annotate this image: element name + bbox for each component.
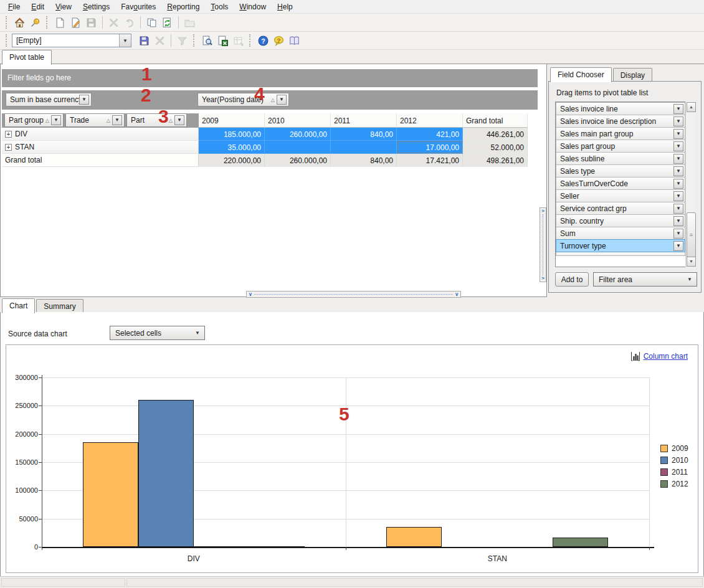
preview-button[interactable] [199, 33, 215, 48]
bar-div-2011[interactable] [194, 546, 249, 548]
data-cell[interactable]: 17.421,00 [397, 154, 463, 167]
expand-icon[interactable]: + [5, 144, 12, 151]
chevron-down-icon[interactable]: ▼ [673, 154, 683, 164]
vertical-splitter[interactable]: > > [540, 207, 546, 282]
chevron-down-icon[interactable]: ▼ [673, 166, 683, 176]
data-cell[interactable]: 840,00 [331, 128, 397, 141]
scroll-up-icon[interactable]: ▲ [687, 102, 696, 112]
menu-item-edit[interactable]: Edit [26, 1, 50, 12]
tab-field-chooser[interactable]: Field Chooser [550, 67, 612, 82]
data-cell[interactable]: 17.000,00 [397, 141, 463, 154]
chevron-down-icon[interactable]: ▼ [673, 229, 683, 239]
scrollbar-thumb[interactable]: ≡ [687, 212, 696, 257]
scroll-down-icon[interactable]: ▼ [687, 257, 696, 267]
menu-item-reporting[interactable]: Reporting [161, 1, 205, 12]
save-button[interactable] [136, 33, 152, 48]
chevron-down-icon[interactable]: ▼ [51, 115, 61, 125]
chevron-down-icon[interactable]: ▼ [673, 129, 683, 139]
chevron-down-icon[interactable]: ▼ [673, 141, 683, 151]
data-cell[interactable] [265, 141, 331, 154]
filter-fields-area[interactable]: Filter fields go here [2, 69, 538, 87]
column-header-2009[interactable]: 2009 [199, 113, 265, 128]
field-item-seller[interactable]: Seller▼ [556, 189, 685, 202]
field-list-scrollbar[interactable]: ▲ ≡ ▼ [685, 102, 697, 267]
chevron-down-icon[interactable]: ▼ [673, 104, 683, 114]
field-button-part-group[interactable]: Part group△▼ [4, 113, 64, 127]
data-cell[interactable]: 35.000,00 [199, 141, 265, 154]
refresh-button[interactable] [159, 15, 175, 30]
field-item-service-contract-grp[interactable]: Service contract grp▼ [556, 202, 685, 215]
field-item-ship-country[interactable]: Ship. country▼ [556, 214, 685, 227]
total-cell[interactable]: 52.000,00 [463, 141, 528, 154]
menu-item-file[interactable]: File [2, 1, 26, 12]
data-cell[interactable]: 260.000,00 [265, 128, 331, 141]
expand-icon[interactable]: + [5, 131, 12, 138]
data-cell[interactable]: 840,00 [331, 154, 397, 167]
field-item-sum[interactable]: Sum▼ [556, 227, 685, 240]
chevron-down-icon[interactable]: ▼ [673, 216, 683, 226]
field-item-salesturnovercode[interactable]: SalesTurnOverCode▼ [556, 177, 685, 190]
menu-item-settings[interactable]: Settings [77, 1, 115, 12]
menu-item-help[interactable]: Help [272, 1, 298, 12]
row-label-grand-total[interactable]: Grand total [2, 154, 199, 167]
field-item-sales-subline[interactable]: Sales subline▼ [556, 152, 685, 165]
bar-stan-2012[interactable] [553, 538, 608, 547]
add-to-button[interactable]: Add to [555, 272, 589, 287]
menu-item-window[interactable]: Window [234, 1, 272, 12]
copy-button[interactable] [144, 15, 159, 30]
column-header-2012[interactable]: 2012 [397, 113, 463, 128]
chevron-down-icon[interactable]: ▼ [673, 191, 683, 201]
field-button-part[interactable]: Part△▼ [126, 113, 187, 127]
field-item-sales-invoice-line-description[interactable]: Sales invoice line description▼ [556, 115, 685, 128]
tab-pivot-table[interactable]: Pivot table [2, 50, 52, 65]
data-cell[interactable] [331, 141, 397, 154]
column-header-grand-total[interactable]: Grand total [463, 113, 528, 128]
pin-button[interactable] [27, 15, 43, 30]
column-header-2010[interactable]: 2010 [265, 113, 331, 128]
edit-document-button[interactable] [68, 15, 83, 30]
chevron-down-icon[interactable]: ▼ [112, 115, 122, 125]
tab-display[interactable]: Display [613, 68, 652, 82]
data-cell[interactable]: 220.000,00 [199, 154, 265, 167]
help-button[interactable]: ? [255, 33, 271, 48]
column-header-2011[interactable]: 2011 [331, 113, 397, 128]
field-item-sales-main-part-group[interactable]: Sales main part group▼ [556, 127, 685, 140]
chevron-down-icon[interactable]: ▼ [174, 115, 184, 125]
menu-item-favourites[interactable]: Favourites [115, 1, 161, 12]
chevron-down-icon[interactable]: ▼ [673, 179, 683, 189]
data-cell[interactable]: 260.000,00 [265, 154, 331, 167]
menu-item-tools[interactable]: Tools [205, 1, 234, 12]
row-label-div[interactable]: +DIV [2, 128, 199, 141]
chevron-down-icon[interactable]: ▼ [673, 116, 683, 126]
bar-div-2010[interactable] [138, 400, 194, 547]
field-item-sales-invoice-line[interactable]: Sales invoice line▼ [556, 102, 685, 115]
manual-button[interactable] [287, 33, 302, 48]
bar-div-2009[interactable] [83, 442, 138, 547]
chevron-down-icon[interactable]: ▼ [119, 34, 131, 47]
chevron-right-icon[interactable]: > [541, 208, 545, 214]
target-area-dropdown[interactable]: Filter area ▼ [593, 272, 697, 287]
chevron-down-icon[interactable]: ∨ [247, 292, 254, 297]
tab-chart[interactable]: Chart [2, 298, 35, 313]
field-button-trade[interactable]: Trade△▼ [65, 113, 125, 127]
total-cell[interactable]: 498.261,00 [463, 154, 528, 167]
home-button[interactable] [12, 15, 27, 30]
chevron-down-icon[interactable]: ▼ [277, 95, 287, 105]
field-item-turnover-type[interactable]: Turnover type▼ [556, 239, 685, 252]
data-cell[interactable]: 185.000,00 [199, 128, 265, 141]
new-document-button[interactable] [52, 15, 68, 30]
bar-div-2012[interactable] [249, 546, 305, 548]
field-button-year-posting-date[interactable]: Year(Posting date) △ ▼ [197, 93, 289, 107]
row-label-stan[interactable]: +STAN [2, 141, 199, 154]
column-chart-link[interactable]: Column chart [630, 351, 688, 361]
export-excel-button[interactable] [215, 33, 231, 48]
field-item-sales-type[interactable]: Sales type▼ [556, 164, 685, 178]
horizontal-splitter[interactable]: ∨ ∨ [246, 291, 461, 298]
field-item-sales-part-group[interactable]: Sales part group▼ [556, 140, 685, 153]
chevron-down-icon[interactable]: ▼ [79, 95, 89, 105]
field-button-sum-in-base-currency[interactable]: Sum in base currency ▼ [6, 93, 92, 107]
preset-combobox[interactable]: [Empty] ▼ [12, 34, 131, 47]
hint-button[interactable]: ? [271, 33, 287, 48]
chevron-right-icon[interactable]: > [541, 275, 545, 282]
menu-item-view[interactable]: View [50, 1, 77, 12]
